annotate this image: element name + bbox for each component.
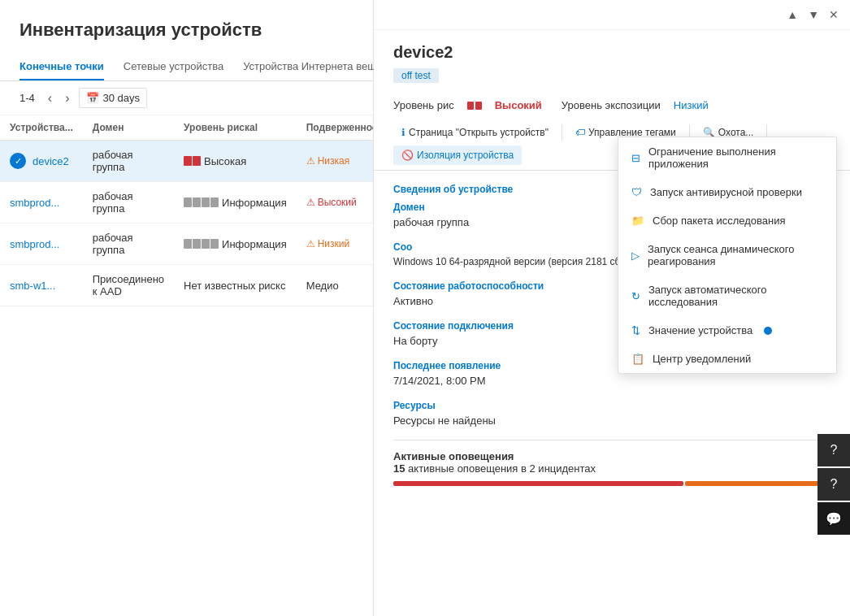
isolate-icon: 🚫	[401, 150, 414, 161]
risk-bars	[467, 102, 482, 110]
risk-cell: Нет известных рискс	[184, 280, 285, 292]
menu-item-collect-package[interactable]: 📁 Сбор пакета исследования	[618, 206, 836, 235]
isolate-label: Изоляция устройства	[417, 150, 514, 161]
open-device-page-button[interactable]: ℹ Страница "Открыть устройств"	[393, 123, 557, 142]
tag-icon: 🏷	[575, 127, 585, 138]
left-panel: Инвентаризация устройств Конечные точки …	[0, 0, 374, 616]
toolbar-row: 1-4 ‹ › 📅 30 days	[0, 81, 373, 115]
device-domain: рабочая группа	[83, 223, 174, 265]
device-name: device2	[33, 155, 69, 167]
alert-bar-high	[685, 481, 830, 486]
alerts-header: Активные оповещения ▲	[393, 450, 830, 462]
last-seen-value: 7/14/2021, 8:00 PM	[393, 375, 830, 387]
table-row[interactable]: smbprod... рабочая группа	[0, 223, 373, 265]
date-filter-label: 30 days	[102, 92, 140, 104]
table-row[interactable]: smbprod... рабочая группа	[0, 182, 373, 223]
vuln-cell: ⚠ Низкий	[306, 238, 373, 249]
value-icon: ⇅	[631, 324, 640, 336]
alerts-title: Активные оповещения	[393, 450, 514, 462]
risk-bar	[184, 239, 192, 249]
notif-icon: 📋	[631, 353, 644, 365]
risk-bar-1	[184, 156, 192, 166]
page-title: Инвентаризация устройств	[0, 0, 373, 54]
selected-icon: ✓	[10, 153, 26, 169]
device-domain: рабочая группа	[83, 182, 174, 223]
risk-bar	[184, 197, 192, 207]
nav-up-button[interactable]: ▲	[785, 7, 800, 23]
app-restriction-icon: ⊟	[631, 152, 640, 164]
prev-page-button[interactable]: ‹	[45, 89, 55, 107]
risk-bar	[210, 239, 219, 249]
close-button[interactable]: ✕	[827, 7, 840, 23]
exposure-value[interactable]: Низкий	[674, 99, 709, 111]
device-name: smbprod...	[10, 197, 59, 209]
chat-button[interactable]: 💬	[817, 502, 850, 535]
risk-label: Уровень рис	[393, 99, 454, 111]
menu-item-device-value[interactable]: ⇅ Значение устройства	[618, 316, 836, 345]
date-filter[interactable]: 📅 30 days	[79, 88, 147, 108]
device-domain: Присоединено к AAD	[83, 265, 174, 306]
col-domain: Домен	[83, 115, 174, 141]
right-panel: ▲ ▼ ✕ device2 off test Уровень рис Высок…	[374, 0, 850, 616]
risk-bar	[202, 239, 210, 249]
risk-bar	[210, 197, 219, 207]
device-domain: рабочая группа	[83, 141, 174, 182]
nav-down-button[interactable]: ▼	[806, 7, 821, 23]
vuln-cell: Медио	[306, 280, 339, 292]
table-row[interactable]: smb-w1... Присоединено к AAD Нет известн…	[0, 265, 373, 306]
menu-item-notification-center[interactable]: 📋 Центр уведомлений	[618, 345, 836, 373]
shield-icon: 🛡	[631, 186, 642, 198]
risk-value: Высокий	[495, 99, 542, 111]
risk-cell: Информация	[184, 197, 287, 209]
dropdown-menu: ⊟ Ограничение выполнения приложения 🛡 За…	[618, 137, 837, 374]
exposure-label: Уровень экспозиции	[562, 99, 661, 111]
info-icon: ℹ	[401, 127, 405, 138]
risk-cell: Информация	[184, 238, 287, 250]
col-risk: Уровень рискаl	[174, 115, 297, 141]
risk-bar	[193, 197, 201, 207]
tab-endpoints[interactable]: Конечные точки	[20, 54, 104, 80]
menu-item-auto-investigation[interactable]: ↻ Запуск автоматического исследования	[618, 275, 836, 316]
separator	[562, 124, 562, 141]
alerts-count: 15 активные оповещения в 2 инцидентах	[393, 462, 830, 475]
alert-bar-critical	[393, 481, 683, 486]
help-button-1[interactable]: ?	[817, 434, 850, 466]
page-count: 1-4	[20, 92, 35, 104]
notification-dot	[764, 327, 772, 335]
risk-bar	[202, 197, 210, 207]
tab-network[interactable]: Сетевые устройства	[124, 54, 223, 80]
resources-value: Ресурсы не найдены	[393, 414, 830, 427]
col-device: Устройства...	[0, 115, 83, 141]
folder-icon: 📁	[631, 215, 644, 227]
device-name: smb-w1...	[10, 280, 55, 292]
warning-icon: ⚠	[306, 155, 315, 167]
vuln-cell: ⚠ Высокий	[306, 197, 373, 208]
device-header: device2 off test	[374, 30, 850, 96]
right-sidebar: ? ? 💬	[817, 434, 850, 535]
next-page-button[interactable]: ›	[62, 89, 72, 107]
risk-bar	[193, 239, 201, 249]
device-title: device2	[393, 43, 830, 62]
menu-item-app-restriction[interactable]: ⊟ Ограничение выполнения приложения	[618, 137, 836, 178]
warning-icon: ⚠	[306, 197, 315, 208]
risk-bar-2	[193, 156, 201, 166]
tabs: Конечные точки Сетевые устройства Устрой…	[0, 54, 373, 81]
auto-icon: ↻	[631, 290, 640, 302]
isolate-button[interactable]: 🚫 Изоляция устройства	[393, 145, 522, 165]
col-vuln: Подверженность	[297, 115, 373, 141]
risk-cell: Высокая	[184, 155, 287, 167]
calendar-icon: 📅	[86, 92, 99, 104]
tag-badge: off test	[393, 68, 439, 83]
tab-iot[interactable]: Устройства Интернета вещей	[243, 54, 388, 80]
menu-item-live-response[interactable]: ▷ Запуск сеанса динамического реагирован…	[618, 235, 836, 275]
risk-bar-1	[467, 102, 474, 110]
menu-item-antivirus[interactable]: 🛡 Запуск антивирусной проверки	[618, 178, 836, 206]
help-button-2[interactable]: ?	[817, 468, 850, 501]
alert-bars	[393, 481, 830, 486]
alerts-section: Активные оповещения ▲ 15 активные оповещ…	[393, 440, 830, 486]
resources-label: Ресурсы	[393, 400, 830, 411]
warning-icon: ⚠	[306, 238, 315, 249]
open-device-label: Страница "Открыть устройств"	[409, 127, 549, 138]
panel-nav: ▲ ▼ ✕	[374, 0, 850, 30]
table-row[interactable]: ✓ device2 рабочая группа Выс	[0, 141, 373, 182]
